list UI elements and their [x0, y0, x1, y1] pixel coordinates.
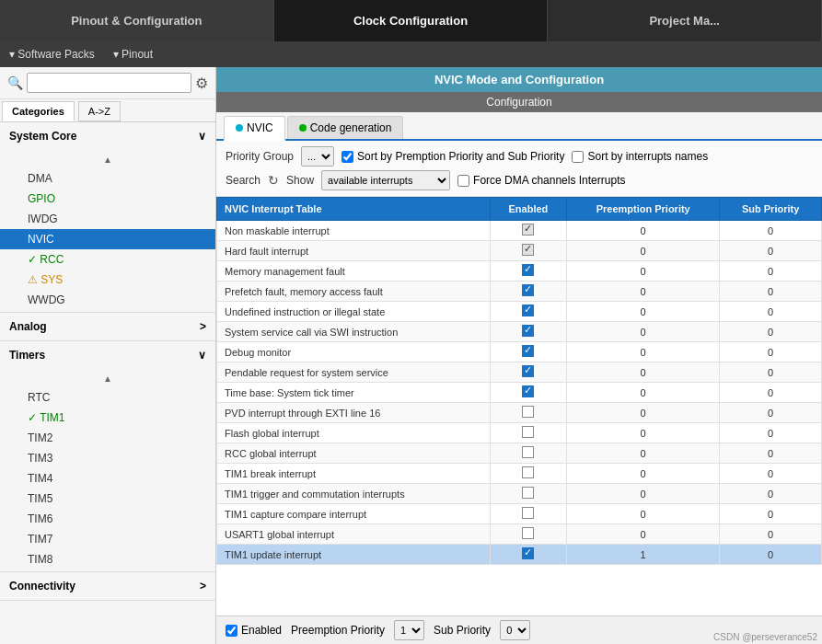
sidebar-group-header-system-core[interactable]: System Core ∨: [0, 122, 215, 150]
enabled-checkbox[interactable]: [522, 547, 534, 559]
sidebar-item-gpio[interactable]: GPIO: [0, 189, 215, 209]
enabled-checkbox[interactable]: [522, 284, 534, 296]
table-row[interactable]: Prefetch fault, memory access fault00: [217, 282, 822, 302]
interrupt-enabled[interactable]: [490, 524, 566, 545]
sidebar-group-header-analog[interactable]: Analog >: [0, 313, 215, 340]
table-row[interactable]: Time base: System tick timer00: [217, 383, 822, 403]
tab-pinout[interactable]: Pinout & Configuration: [0, 0, 274, 41]
scroll-up-icon-timers[interactable]: ▲: [103, 373, 112, 385]
priority-group-select[interactable]: ...: [301, 146, 334, 167]
interrupt-enabled[interactable]: [490, 423, 566, 443]
sub-bottom-select[interactable]: 0: [500, 620, 530, 640]
interrupt-enabled[interactable]: [490, 221, 566, 241]
interrupt-enabled[interactable]: [490, 464, 566, 484]
table-row[interactable]: Pendable request for system service00: [217, 362, 822, 383]
sidebar-item-tim8[interactable]: TIM8: [0, 549, 215, 569]
enabled-checkbox[interactable]: [522, 466, 534, 478]
interrupt-name: USART1 global interrupt: [217, 524, 491, 545]
sidebar-item-rcc[interactable]: ✓ RCC: [0, 249, 215, 270]
tab-clock[interactable]: Clock Configuration: [274, 0, 549, 41]
tab-az[interactable]: A->Z: [78, 101, 121, 121]
table-row[interactable]: Debug monitor00: [217, 342, 822, 362]
sidebar-item-nvic[interactable]: NVIC: [0, 229, 215, 249]
table-row[interactable]: TIM1 update interrupt10: [217, 545, 822, 565]
sidebar-item-rtc[interactable]: RTC: [0, 387, 215, 408]
interrupt-enabled[interactable]: [490, 342, 566, 362]
enabled-checkbox[interactable]: [522, 345, 534, 357]
table-row[interactable]: Memory management fault00: [217, 261, 822, 282]
sidebar-group-header-timers[interactable]: Timers ∨: [0, 341, 215, 369]
show-select[interactable]: available interrupts: [321, 170, 450, 190]
table-row[interactable]: RCC global interrupt00: [217, 443, 822, 464]
enabled-checkbox[interactable]: [522, 224, 534, 236]
preemption-bottom-select[interactable]: 1: [394, 620, 424, 640]
enabled-checkbox[interactable]: [522, 487, 534, 499]
table-row[interactable]: PVD interrupt through EXTI line 1600: [217, 403, 822, 423]
sidebar-item-tim3[interactable]: TIM3: [0, 448, 215, 468]
interrupt-enabled[interactable]: [490, 261, 566, 282]
enabled-checkbox[interactable]: [522, 305, 534, 316]
interrupt-enabled[interactable]: [490, 403, 566, 423]
table-row[interactable]: Flash global interrupt00: [217, 423, 822, 443]
sidebar-item-sys[interactable]: ⚠ SYS: [0, 270, 215, 290]
interrupt-enabled[interactable]: [490, 302, 566, 322]
force-dma-checkbox-label[interactable]: Force DMA channels Interrupts: [457, 174, 625, 187]
interrupt-enabled[interactable]: [490, 241, 566, 261]
pinout-nav[interactable]: ▾ Pinout: [113, 48, 153, 61]
sidebar-item-dma[interactable]: DMA: [0, 168, 215, 189]
gear-icon[interactable]: ⚙: [195, 75, 208, 92]
sidebar-search-input[interactable]: [27, 73, 191, 93]
enabled-checkbox[interactable]: [522, 446, 534, 458]
sort-names-checkbox[interactable]: [572, 151, 584, 163]
enabled-checkbox[interactable]: [522, 325, 534, 337]
tab-project[interactable]: Project Ma...: [548, 0, 822, 41]
enabled-bottom-checkbox[interactable]: [226, 625, 237, 637]
interrupt-enabled[interactable]: [490, 383, 566, 403]
enabled-checkbox[interactable]: [522, 244, 534, 256]
interrupt-enabled[interactable]: [490, 545, 566, 565]
software-packs-nav[interactable]: ▾ Software Packs: [9, 48, 95, 61]
enabled-checkbox[interactable]: [522, 507, 534, 519]
sidebar-item-iwdg[interactable]: IWDG: [0, 209, 215, 229]
sidebar-group-header-connectivity[interactable]: Connectivity >: [0, 572, 215, 600]
tab-nvic[interactable]: NVIC: [224, 116, 285, 141]
scroll-up-icon[interactable]: ▲: [103, 154, 112, 167]
sort-preemption-checkbox[interactable]: [342, 151, 353, 163]
enabled-checkbox[interactable]: [522, 385, 534, 397]
tab-code-generation[interactable]: Code generation: [287, 116, 404, 139]
sidebar-item-tim1[interactable]: ✓ TIM1: [0, 408, 215, 428]
enabled-checkbox[interactable]: [522, 365, 534, 377]
sidebar-item-tim7[interactable]: TIM7: [0, 529, 215, 549]
table-row[interactable]: USART1 global interrupt00: [217, 524, 822, 545]
tab-categories[interactable]: Categories: [2, 101, 75, 121]
sidebar-item-tim4[interactable]: TIM4: [0, 468, 215, 489]
enabled-bottom-label[interactable]: Enabled: [226, 624, 282, 637]
interrupt-enabled[interactable]: [490, 362, 566, 383]
sort-preemption-checkbox-label[interactable]: Sort by Premption Priority and Sub Prior…: [342, 150, 564, 163]
sort-names-checkbox-label[interactable]: Sort by interrupts names: [572, 150, 708, 163]
table-row[interactable]: TIM1 trigger and commutation interrupts0…: [217, 484, 822, 504]
table-row[interactable]: TIM1 capture compare interrupt00: [217, 504, 822, 524]
table-row[interactable]: TIM1 break interrupt00: [217, 464, 822, 484]
sidebar-item-tim5[interactable]: TIM5: [0, 489, 215, 509]
enabled-checkbox[interactable]: [522, 406, 534, 418]
enabled-checkbox[interactable]: [522, 527, 534, 539]
interrupt-enabled[interactable]: [490, 484, 566, 504]
refresh-icon[interactable]: ↻: [268, 173, 279, 188]
preemption-bottom-label: Preemption Priority: [291, 624, 385, 637]
sidebar-item-wwdg[interactable]: WWDG: [0, 290, 215, 310]
sidebar-item-tim2[interactable]: TIM2: [0, 428, 215, 448]
interrupt-enabled[interactable]: [490, 504, 566, 524]
enabled-checkbox[interactable]: [522, 426, 534, 438]
interrupt-name: Prefetch fault, memory access fault: [217, 282, 491, 302]
interrupt-enabled[interactable]: [490, 443, 566, 464]
interrupt-enabled[interactable]: [490, 282, 566, 302]
force-dma-checkbox[interactable]: [457, 175, 469, 187]
table-row[interactable]: System service call via SWI instruction0…: [217, 322, 822, 342]
table-row[interactable]: Non maskable interrupt00: [217, 221, 822, 241]
table-row[interactable]: Undefined instruction or illegal state00: [217, 302, 822, 322]
interrupt-enabled[interactable]: [490, 322, 566, 342]
sidebar-item-tim6[interactable]: TIM6: [0, 509, 215, 529]
table-row[interactable]: Hard fault interrupt00: [217, 241, 822, 261]
enabled-checkbox[interactable]: [522, 264, 534, 276]
